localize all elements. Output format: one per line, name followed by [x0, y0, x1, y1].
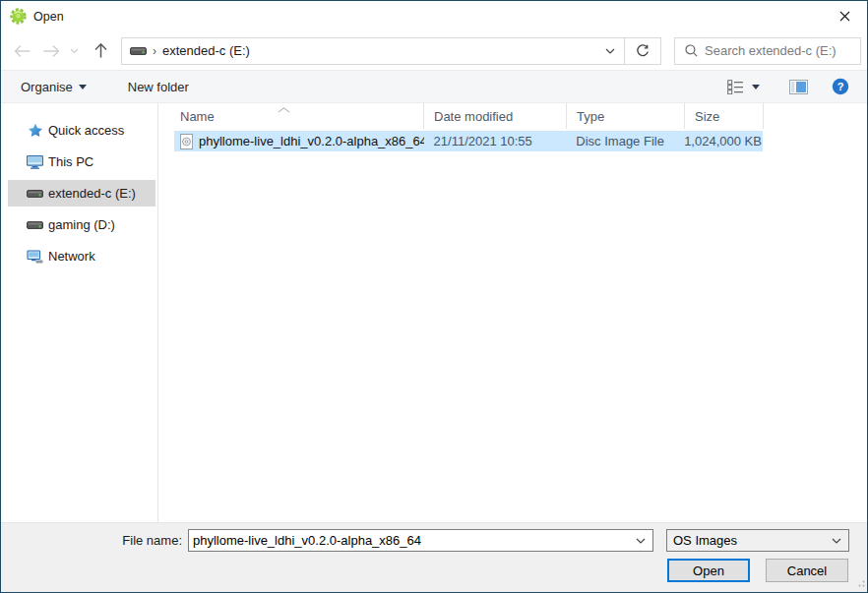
sidebar-item-extended-c[interactable]: extended-c (E:): [1, 180, 158, 207]
sidebar-item-label: This PC: [48, 154, 93, 169]
file-name-input[interactable]: [189, 533, 629, 548]
close-button[interactable]: [823, 1, 867, 31]
column-header-date-modified[interactable]: Date modified: [424, 103, 567, 129]
network-icon: [27, 250, 43, 264]
chevron-down-icon: [79, 85, 87, 89]
star-icon: [27, 123, 43, 138]
title-bar: Open: [1, 1, 867, 31]
new-folder-label: New folder: [128, 80, 189, 94]
close-icon: [839, 11, 850, 22]
column-header-type[interactable]: Type: [567, 103, 685, 129]
help-icon: ?: [832, 78, 849, 95]
preview-pane-button[interactable]: [785, 76, 812, 98]
breadcrumb-chevron-icon: ›: [153, 44, 156, 58]
file-type-value: OS Images: [667, 533, 825, 548]
command-toolbar: Organise New folder: [1, 70, 867, 103]
refresh-button[interactable]: [625, 38, 660, 64]
sidebar-item-gaming-d[interactable]: gaming (D:): [1, 211, 158, 238]
chevron-down-icon: [605, 48, 615, 54]
sidebar-item-this-pc[interactable]: This PC: [1, 148, 158, 175]
sidebar-item-label: gaming (D:): [48, 217, 115, 232]
column-header-name[interactable]: Name: [174, 103, 424, 129]
change-view-button[interactable]: [721, 76, 766, 98]
file-name-dropdown-button[interactable]: [629, 530, 652, 551]
breadcrumb-location[interactable]: extended-c (E:): [162, 43, 250, 58]
chevron-down-icon: [752, 85, 760, 89]
file-type-select[interactable]: OS Images: [666, 529, 849, 552]
file-name-cell: phyllome-live_ldhi_v0.2.0-alpha_x86_64: [174, 134, 424, 149]
monitor-icon: [27, 155, 43, 169]
refresh-icon: [636, 44, 650, 58]
sidebar-item-label: Quick access: [48, 123, 124, 138]
app-icon: [10, 8, 27, 25]
drive-icon: [27, 188, 43, 199]
help-button[interactable]: ?: [828, 74, 853, 99]
navigation-bar: › extended-c (E:): [1, 31, 867, 70]
forward-icon: [42, 44, 61, 58]
table-row[interactable]: phyllome-live_ldhi_v0.2.0-alpha_x86_64 2…: [174, 131, 763, 151]
new-folder-button[interactable]: New folder: [118, 71, 199, 102]
preview-pane-icon: [789, 80, 808, 94]
file-name-label: File name:: [1, 533, 182, 548]
column-header-row: Name Date modified Type Size: [174, 103, 764, 129]
file-name-combo: [188, 529, 653, 552]
details-view-icon: [727, 80, 744, 94]
chevron-down-icon: [636, 538, 646, 544]
search-box[interactable]: [674, 37, 861, 65]
toolbar-right-group: ?: [721, 74, 853, 99]
organise-label: Organise: [21, 80, 73, 94]
drive-icon: [130, 45, 147, 56]
recent-locations-icon: [70, 48, 79, 54]
file-size-cell: 1,024,000 KB: [684, 134, 763, 148]
sidebar-item-label: extended-c (E:): [48, 186, 136, 201]
back-icon: [13, 44, 31, 58]
open-button[interactable]: Open: [667, 559, 750, 582]
organise-button[interactable]: Organise: [11, 71, 96, 102]
open-dialog-window: Open: [0, 0, 868, 593]
recent-locations-button[interactable]: [66, 38, 82, 64]
dialog-content: Quick access This PC: [1, 103, 867, 522]
disc-image-icon: [180, 134, 193, 149]
resize-grip-icon[interactable]: [855, 575, 865, 590]
drive-icon: [27, 219, 43, 230]
address-dropdown-button[interactable]: [595, 38, 625, 64]
up-icon: [93, 42, 108, 59]
forward-button[interactable]: [36, 38, 66, 64]
address-bar[interactable]: › extended-c (E:): [121, 37, 661, 65]
cancel-button[interactable]: Cancel: [766, 559, 848, 582]
search-input[interactable]: [705, 43, 868, 58]
sidebar-item-quick-access[interactable]: Quick access: [1, 117, 158, 144]
navigation-sidebar: Quick access This PC: [1, 103, 158, 522]
sidebar-item-network[interactable]: Network: [1, 243, 158, 269]
up-button[interactable]: [86, 38, 115, 64]
address-breadcrumb[interactable]: › extended-c (E:): [122, 38, 595, 64]
sidebar-item-label: Network: [48, 249, 95, 264]
back-button[interactable]: [7, 38, 36, 64]
column-header-size[interactable]: Size: [685, 103, 764, 129]
file-type-cell: Disc Image File: [566, 134, 684, 148]
dialog-footer: File name: OS Images Open Cancel: [1, 522, 867, 592]
file-date-cell: 21/11/2021 10:55: [424, 134, 567, 148]
window-title: Open: [33, 10, 64, 24]
search-icon: [685, 44, 698, 57]
chevron-down-icon: [825, 530, 848, 551]
svg-text:?: ?: [837, 81, 844, 92]
file-list: Name Date modified Type Size: [159, 103, 867, 522]
